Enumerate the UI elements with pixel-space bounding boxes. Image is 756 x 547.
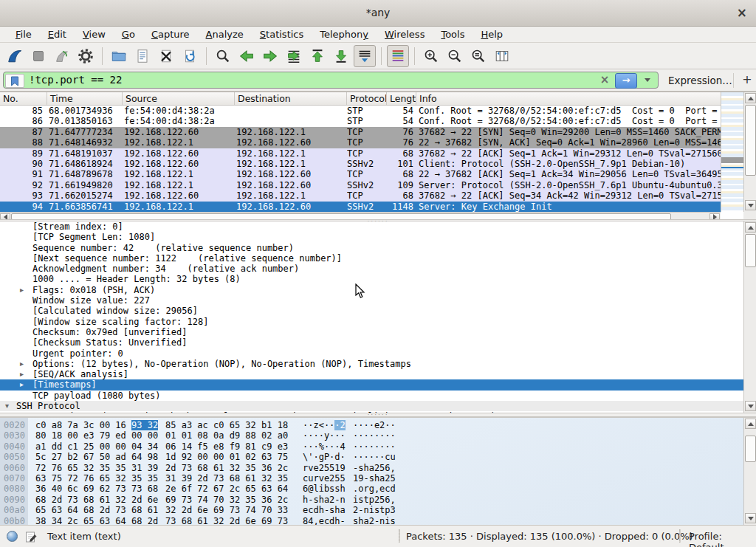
detail-row[interactable]: ▾SSH Protocol [0,401,743,411]
close-window-button[interactable]: × [737,5,747,20]
go-back-button[interactable] [236,45,258,67]
hex-row-0090[interactable]: 009068 2d 73 68 61 32 2d 6e69 73 74 70 3… [0,495,756,505]
menu-tools[interactable]: Tools [433,29,472,40]
go-to-packet-button[interactable] [283,45,305,67]
scrollbar-thumb[interactable] [745,105,756,176]
hex-row-0040[interactable]: 0040a1 dd c1 25 00 00 04 3406 14 f5 e8 f… [0,441,756,452]
save-file-button[interactable] [131,45,154,67]
details-vscrollbar[interactable] [743,221,756,413]
scroll-up-button[interactable] [745,419,756,429]
collapse-toggle-icon[interactable]: ▾ [5,401,9,411]
column-header-destination[interactable]: Destination [235,92,347,105]
find-packet-button[interactable] [212,45,234,67]
expand-toggle-icon[interactable]: ▸ [20,359,24,369]
scrollbar-thumb[interactable] [745,436,756,462]
menu-view[interactable]: View [75,29,114,40]
filter-dropdown-caret[interactable] [645,78,650,82]
column-header-time[interactable]: Time [47,92,123,105]
expand-toggle-icon[interactable]: ▸ [20,369,24,379]
expand-toggle-icon[interactable]: ▸ [20,379,24,390]
menu-edit[interactable]: Edit [40,29,75,40]
detail-row[interactable]: Window size value: 227 [0,295,743,306]
status-profile[interactable]: Profile: Default [689,531,756,547]
column-header-length[interactable]: Length [387,92,416,105]
hex-row-0070[interactable]: 007063 75 72 76 65 32 35 3531 39 2d 73 6… [0,473,756,484]
detail-row[interactable]: Sequence number: 42 (relative sequence n… [0,243,743,253]
hex-row-0060[interactable]: 006072 76 65 32 35 35 31 392d 73 68 61 3… [0,463,756,473]
display-filter-input[interactable]: !tcp.port == 22 × → [3,72,659,89]
column-header-no[interactable]: No. [0,92,47,105]
detail-row[interactable]: ▸Options: (12 bytes), No-Operation (NOP)… [0,359,743,369]
detail-row[interactable]: [Next sequence number: 1122 (relative se… [0,253,743,264]
reload-file-button[interactable] [179,45,201,67]
detail-row[interactable]: ▸[SEQ/ACK analysis] [0,369,743,379]
expression-button[interactable]: Expression… [668,75,732,86]
menu-go[interactable]: Go [114,29,143,40]
packet-row-87[interactable]: 8771.647777234192.168.122.60192.168.122.… [0,127,721,137]
title-bar[interactable]: *any × [0,0,756,27]
zoom-reset-button[interactable] [467,45,489,67]
detail-row[interactable]: [Stream index: 0] [0,221,743,232]
auto-scroll-button[interactable] [354,45,376,67]
go-forward-button[interactable] [259,45,281,67]
hex-row-0030[interactable]: 003080 18 00 e3 79 ed 00 0001 01 08 0a d… [0,430,756,441]
hex-row-00a0[interactable]: 00a065 63 64 68 2d 73 68 6132 2d 6e 69 7… [0,505,756,515]
packet-row-91[interactable]: 9171.648789678192.168.122.1192.168.122.6… [0,169,721,179]
packet-row-94[interactable]: 9471.663856741192.168.122.1192.168.122.6… [0,202,721,212]
packet-row-90[interactable]: 9071.648618924192.168.122.60192.168.122.… [0,159,721,169]
expert-info-icon[interactable] [7,531,18,542]
hex-row-0050[interactable]: 00505c 27 b2 67 50 ad 64 981d 92 00 00 0… [0,452,756,462]
detail-row[interactable]: [TCP Segment Len: 1080] [0,232,743,242]
column-header-protocol[interactable]: Protocol [347,92,387,105]
detail-row[interactable]: 1000 .... = Header Length: 32 bytes (8) [0,274,743,284]
hex-row-0020[interactable]: 0020c0 a8 7a 3c 00 16 93 3285 a3 ac c0 6… [0,420,756,430]
scroll-down-button[interactable] [745,401,756,411]
detail-row[interactable]: [Checksum Status: Unverified] [0,337,743,348]
add-filter-button[interactable]: + [741,72,753,86]
packet-row-85[interactable]: 8568.001734936fe:54:00:d4:38:2aSTP54Conf… [0,106,721,116]
packet-row-88[interactable]: 8871.648146932192.168.122.1192.168.122.6… [0,137,721,148]
packet-row-86[interactable]: 8670.013850163fe:54:00:d4:38:2aSTP54Conf… [0,116,721,126]
scrollbar-thumb[interactable] [745,234,756,267]
scroll-down-button[interactable] [745,513,756,523]
restart-capture-button[interactable] [51,45,73,67]
detail-row[interactable]: ▸Flags: 0x018 (PSH, ACK) [0,285,743,295]
zoom-in-button[interactable] [420,45,442,67]
menu-telephony[interactable]: Telephony [312,29,377,40]
start-capture-button[interactable] [4,45,26,67]
menu-file[interactable]: File [7,29,40,40]
menu-capture[interactable]: Capture [143,29,198,40]
open-file-button[interactable] [108,45,130,67]
scroll-down-button[interactable] [745,200,756,210]
bytes-vscrollbar[interactable] [743,418,756,525]
detail-row[interactable]: ▸[Timestamps] [0,379,743,390]
column-header-source[interactable]: Source [123,92,235,105]
colorize-packets-button[interactable] [387,45,409,67]
zoom-out-button[interactable] [444,45,466,67]
filter-bookmark-button[interactable] [5,74,24,88]
menu-wireless[interactable]: Wireless [377,29,433,40]
packet-row-89[interactable]: 8971.648191037192.168.122.60192.168.122.… [0,148,721,159]
detail-row[interactable]: [Window size scaling factor: 128] [0,317,743,327]
go-first-button[interactable] [306,45,329,67]
detail-row[interactable]: TCP payload (1080 bytes) [0,391,743,401]
close-file-button[interactable] [155,45,177,67]
detail-row[interactable]: Urgent pointer: 0 [0,348,743,359]
scroll-up-button[interactable] [745,93,756,103]
scroll-up-button[interactable] [745,222,756,233]
filter-clear-button[interactable]: × [597,73,612,87]
packet-row-92[interactable]: 9271.661949820192.168.122.1192.168.122.6… [0,180,721,190]
column-header-info[interactable]: Info [416,92,744,105]
menu-help[interactable]: Help [472,29,511,40]
hex-row-0080[interactable]: 008036 40 6c 69 62 73 73 682e 6f 72 67 2… [0,484,756,494]
packet-row-93[interactable]: 9371.662015274192.168.122.60192.168.122.… [0,190,721,201]
detail-row[interactable]: Acknowledgment number: 34 (relative ack … [0,264,743,274]
hex-row-00b0[interactable]: 00b038 34 2c 65 63 64 68 2d73 68 61 32 2… [0,516,756,525]
detail-row[interactable]: [Calculated window size: 29056] [0,306,743,316]
intelligent-scrollbar-minimap[interactable] [721,92,743,212]
detail-row[interactable]: Checksum: 0x79ed [unverified] [0,327,743,337]
go-last-button[interactable] [330,45,352,67]
menu-analyze[interactable]: Analyze [198,29,252,40]
filter-apply-button[interactable]: → [615,73,637,89]
resize-columns-button[interactable] [491,45,513,67]
